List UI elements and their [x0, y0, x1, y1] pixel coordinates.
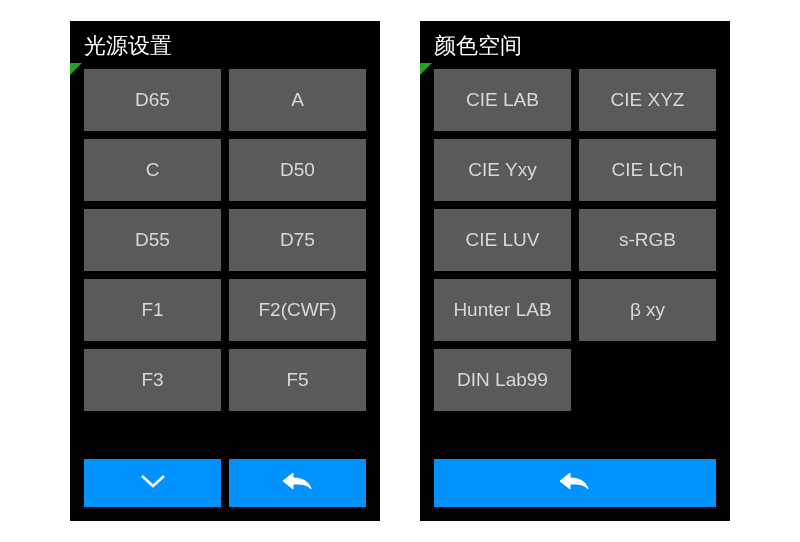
page-down-button[interactable]	[84, 459, 221, 507]
option-beta-xy[interactable]: β xy	[579, 279, 716, 341]
option-cie-luv[interactable]: CIE LUV	[434, 209, 571, 271]
option-f5[interactable]: F5	[229, 349, 366, 411]
footer-bar	[70, 445, 380, 521]
footer-bar	[420, 445, 730, 521]
panel-title: 颜色空间	[420, 21, 730, 69]
option-f2cwf[interactable]: F2(CWF)	[229, 279, 366, 341]
back-button[interactable]	[229, 459, 366, 507]
illuminant-options-grid: D65 A C D50 D55 D75 F1 F2(CWF) F3 F5	[70, 69, 380, 445]
illuminant-settings-screen: 光源设置 D65 A C D50 D55 D75 F1 F2(CWF) F3 F…	[70, 21, 380, 521]
option-f3[interactable]: F3	[84, 349, 221, 411]
color-space-screen: 颜色空间 CIE LAB CIE XYZ CIE Yxy CIE LCh CIE…	[420, 21, 730, 521]
option-c[interactable]: C	[84, 139, 221, 201]
option-cie-lab[interactable]: CIE LAB	[434, 69, 571, 131]
option-cie-yxy[interactable]: CIE Yxy	[434, 139, 571, 201]
option-d50[interactable]: D50	[229, 139, 366, 201]
option-d65[interactable]: D65	[84, 69, 221, 131]
option-srgb[interactable]: s-RGB	[579, 209, 716, 271]
color-space-options-grid: CIE LAB CIE XYZ CIE Yxy CIE LCh CIE LUV …	[420, 69, 730, 445]
option-din-lab99[interactable]: DIN Lab99	[434, 349, 571, 411]
option-d75[interactable]: D75	[229, 209, 366, 271]
option-a[interactable]: A	[229, 69, 366, 131]
option-f1[interactable]: F1	[84, 279, 221, 341]
back-button[interactable]	[434, 459, 716, 507]
option-cie-lch[interactable]: CIE LCh	[579, 139, 716, 201]
back-arrow-icon	[281, 471, 315, 495]
option-d55[interactable]: D55	[84, 209, 221, 271]
chevron-down-icon	[138, 472, 168, 494]
option-hunter-lab[interactable]: Hunter LAB	[434, 279, 571, 341]
active-marker-icon	[70, 63, 82, 75]
panel-title: 光源设置	[70, 21, 380, 69]
active-marker-icon	[420, 63, 432, 75]
option-cie-xyz[interactable]: CIE XYZ	[579, 69, 716, 131]
back-arrow-icon	[558, 471, 592, 495]
